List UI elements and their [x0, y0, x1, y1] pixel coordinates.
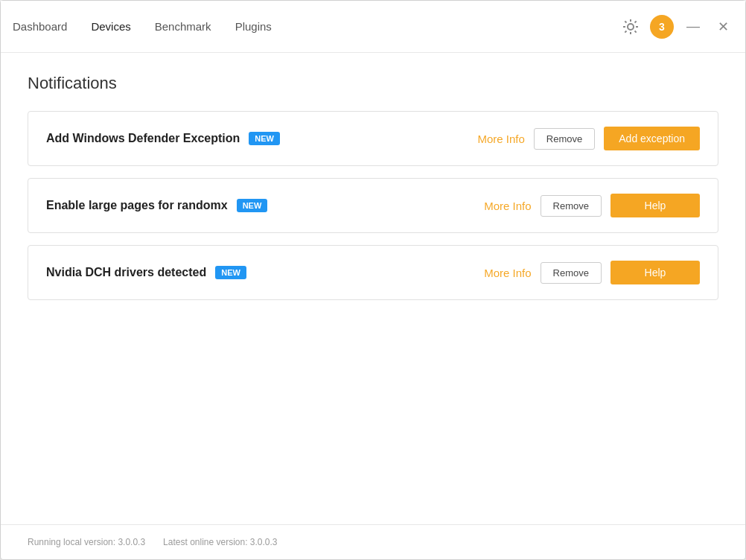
title-bar-controls: 3 — ✕ — [620, 15, 733, 39]
notification-card-defender: Add Windows Defender Exception NEW More … — [28, 111, 718, 166]
more-info-link-nvidia[interactable]: More Info — [484, 267, 531, 279]
notification-title-largepages: Enable large pages for randomx — [46, 199, 228, 212]
title-bar: Dashboard Devices Benchmark Plugins 3 — … — [1, 1, 745, 53]
notification-badge[interactable]: 3 — [650, 15, 674, 39]
notification-title-defender: Add Windows Defender Exception — [46, 132, 240, 145]
remove-button-nvidia[interactable]: Remove — [541, 262, 602, 284]
notification-actions-nvidia: More Info Remove Help — [484, 261, 700, 284]
app-window: Dashboard Devices Benchmark Plugins 3 — … — [0, 0, 746, 560]
nav-item-plugins[interactable]: Plugins — [235, 17, 272, 36]
svg-point-0 — [628, 24, 634, 30]
help-button-largepages[interactable]: Help — [610, 194, 700, 217]
local-version-text: Running local version: 3.0.0.3 — [28, 537, 145, 547]
main-content: Notifications Add Windows Defender Excep… — [1, 53, 745, 524]
add-exception-button[interactable]: Add exception — [604, 127, 700, 150]
remove-button-defender[interactable]: Remove — [534, 128, 595, 150]
settings-icon[interactable] — [620, 16, 641, 37]
remove-button-largepages[interactable]: Remove — [541, 195, 602, 217]
nav: Dashboard Devices Benchmark Plugins — [13, 17, 620, 36]
notification-actions-largepages: More Info Remove Help — [484, 194, 700, 217]
notification-actions-defender: More Info Remove Add exception — [477, 127, 700, 150]
footer: Running local version: 3.0.0.3 Latest on… — [1, 524, 745, 559]
help-button-nvidia[interactable]: Help — [610, 261, 700, 284]
notification-card-largepages: Enable large pages for randomx NEW More … — [28, 178, 718, 233]
nav-item-devices[interactable]: Devices — [91, 17, 130, 36]
new-badge-defender: NEW — [249, 132, 280, 145]
notifications-list: Add Windows Defender Exception NEW More … — [28, 111, 718, 300]
nav-item-benchmark[interactable]: Benchmark — [155, 17, 211, 36]
nav-item-dashboard[interactable]: Dashboard — [13, 17, 67, 36]
new-badge-nvidia: NEW — [215, 266, 246, 279]
page-title: Notifications — [28, 74, 718, 93]
more-info-link-largepages[interactable]: More Info — [484, 200, 531, 212]
new-badge-largepages: NEW — [237, 199, 268, 212]
online-version-text: Latest online version: 3.0.0.3 — [163, 537, 277, 547]
more-info-link-defender[interactable]: More Info — [477, 133, 524, 145]
notification-title-nvidia: Nvidia DCH drivers detected — [46, 266, 206, 279]
notification-card-nvidia: Nvidia DCH drivers detected NEW More Inf… — [28, 245, 718, 300]
minimize-button[interactable]: — — [683, 16, 704, 37]
close-button[interactable]: ✕ — [712, 16, 733, 37]
